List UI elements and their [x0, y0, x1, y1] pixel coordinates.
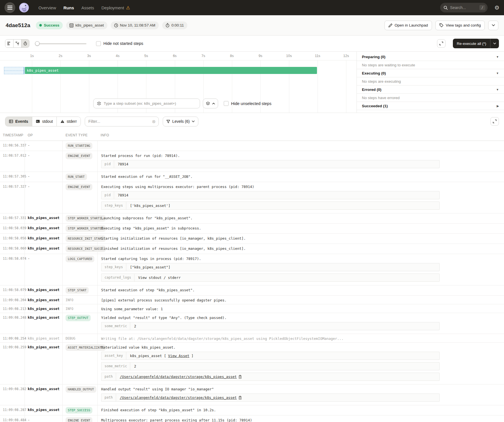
metadata-value-text: 78914 — [118, 162, 129, 166]
event-message: Multiprocess executor: parent process ex… — [101, 418, 502, 422]
event-op: - — [25, 141, 63, 151]
hide-not-started-checkbox-row[interactable]: Hide not started steps — [96, 41, 143, 46]
panel-section-executing[interactable]: Executing (0)▼ — [357, 69, 504, 77]
settings-gear-icon[interactable]: ⚙ — [494, 5, 499, 10]
metadata-entry: pid78914 — [101, 191, 440, 199]
event-info: Finished initialization of resources [io… — [98, 244, 504, 254]
event-op: k8s_pipes_asset — [25, 244, 63, 254]
event-row: 11:09:08.484-ENGINE_EVENTMultiprocess ex… — [0, 416, 504, 422]
gantt-bar[interactable]: k8s_pipes_asset — [25, 67, 317, 74]
copy-icon[interactable] — [239, 396, 242, 400]
metadata-value-text: ] — [191, 354, 194, 358]
clear-filter-icon[interactable]: ⊗ — [152, 119, 155, 124]
tab-label: Events — [15, 119, 28, 124]
nav-item-runs[interactable]: Runs — [64, 5, 74, 10]
search-icon — [444, 6, 448, 10]
event-op: k8s_pipes_asset — [25, 405, 63, 415]
metadata-entry: path/Users/alangenfeld/data/dagster/stor… — [101, 373, 440, 381]
run-header-more-button[interactable] — [488, 21, 498, 30]
open-in-launchpad-button[interactable]: Open in Launchpad — [384, 21, 432, 30]
event-type: RESOURCE_INIT_STAR… — [63, 234, 98, 244]
reexecute-all-button[interactable]: Re-execute all (*) — [453, 39, 499, 48]
log-view-tabs: Eventsstdoutstderr — [5, 117, 81, 126]
events-fullscreen-button[interactable] — [490, 117, 499, 126]
event-op: k8s_pipes_asset — [25, 224, 63, 233]
step-subset-input[interactable]: Type a step subset (ex: k8s_pipes_asset+… — [93, 99, 200, 108]
event-row: 11:08:56.337-RUN_STARTING — [0, 141, 504, 151]
flat-list-icon — [7, 42, 11, 45]
event-op: k8s_pipes_asset — [25, 285, 63, 295]
event-row: 11:08:58.060k8s_pipes_assetRESOURCE_INIT… — [0, 244, 504, 254]
events-toolbar: Eventsstdoutstderr Filter... ⊗ Levels (6… — [0, 113, 504, 130]
event-type: ASSET_MATERIALIZAT… — [63, 343, 98, 384]
nav-item-label: Deployment — [101, 5, 124, 10]
metadata-entry: step_keys["k8s_pipes_asset"] — [101, 263, 440, 271]
dagster-logo[interactable] — [19, 2, 29, 13]
tag-icon — [439, 23, 444, 27]
hide-unselected-checkbox[interactable] — [224, 101, 229, 106]
event-message: Writing file at: /Users/alangenfeld/data… — [101, 336, 502, 341]
graph-query-toggle-button[interactable] — [203, 99, 218, 108]
metadata-value: /Users/alangenfeld/data/dagster/storage/… — [116, 373, 246, 381]
metadata-link[interactable]: /Users/alangenfeld/data/dagster/storage/… — [120, 375, 237, 379]
levels-dropdown[interactable]: Levels (6) — [163, 117, 198, 126]
tab-stdout[interactable]: stdout — [32, 117, 57, 126]
view-tags-config-button[interactable]: View tags and config — [435, 21, 485, 30]
search-input[interactable]: Search... / — [440, 3, 488, 12]
timeline-gridline — [318, 60, 318, 113]
chevron-down-icon — [492, 24, 495, 26]
nav-item-assets[interactable]: Assets — [81, 5, 94, 10]
event-message: [pipes] external process successfully op… — [101, 298, 502, 302]
event-type: INFO — [63, 304, 98, 313]
timeline-tick-label: 6s — [173, 54, 177, 58]
funnel-icon — [166, 120, 170, 123]
event-op: - — [25, 151, 63, 172]
event-message: Materialized value k8s_pipes_asset. — [101, 345, 502, 349]
hide-not-started-checkbox[interactable] — [96, 41, 101, 46]
nav-item-label: Overview — [38, 5, 56, 10]
event-timestamp: 11:08:58.039 — [0, 224, 25, 233]
tab-stderr[interactable]: stderr — [57, 117, 81, 126]
hamburger-menu-button[interactable] — [5, 2, 15, 13]
event-info: Materialized value k8s_pipes_asset.asset… — [98, 343, 504, 384]
nav-item-overview[interactable]: Overview — [38, 5, 56, 10]
view-waterfall-button[interactable] — [13, 40, 21, 47]
event-message: Started execution of run for "__ASSET_JO… — [101, 174, 502, 179]
column-header-timestamp: TIMESTAMP — [0, 133, 25, 137]
job-name-pill[interactable]: k8s_pipes_asset — [66, 21, 107, 29]
panel-section-succeeded[interactable]: Succeeded (1)▶ — [357, 102, 504, 110]
nav-item-deployment[interactable]: Deployment⚠ — [101, 5, 130, 10]
pencil-icon — [388, 23, 392, 27]
panel-section-errored[interactable]: Errored (0)▼ — [357, 86, 504, 94]
view-flat-button[interactable] — [5, 40, 13, 47]
chevron-down-icon: ▼ — [496, 88, 499, 91]
metadata-link[interactable]: /Users/alangenfeld/data/dagster/storage/… — [120, 395, 237, 400]
gantt-chart: 1s2s3s4s5s6s7s8s9s10s11s12s k8s_pipes_as… — [0, 52, 357, 113]
log-filter-input[interactable]: Filter... ⊗ — [85, 117, 159, 126]
reexecute-options-caret[interactable] — [490, 39, 499, 48]
event-info: Started process for run (pid: 78914).pid… — [98, 151, 504, 172]
timeline-tick-label: 4s — [116, 54, 120, 58]
event-op: k8s_pipes_asset — [25, 234, 63, 244]
hide-unselected-checkbox-row[interactable]: Hide unselected steps — [224, 101, 271, 106]
slider-knob[interactable] — [35, 41, 40, 46]
view-timed-button[interactable] — [21, 40, 29, 47]
metadata-entry: captured_logsView stdout / stderr — [101, 274, 440, 282]
metadata-link[interactable]: View Asset — [168, 354, 189, 358]
search-placeholder: Search... — [450, 5, 477, 10]
event-timestamp: 11:08:58.074 — [0, 254, 25, 285]
gantt-zoom-slider[interactable] — [35, 41, 86, 46]
metadata-value: ["k8s_pipes_asset"] — [126, 263, 174, 271]
event-type-badge: STEP_SUCCESS — [66, 407, 92, 414]
panel-section-preparing[interactable]: Preparing (0)▼ — [357, 53, 504, 61]
event-timestamp: 11:08:57.331 — [0, 213, 25, 223]
metadata-value-text: 2 — [134, 364, 136, 368]
tab-events[interactable]: Events — [5, 117, 32, 126]
event-info: [pipes] external process successfully op… — [98, 296, 504, 304]
status-dot-icon — [39, 24, 42, 27]
clock-icon — [114, 23, 118, 27]
panel-section-empty-message: No steps have errored — [357, 94, 504, 102]
copy-icon[interactable] — [239, 375, 242, 379]
gantt-fullscreen-button[interactable] — [437, 39, 446, 48]
event-timestamp: 11:09:08.259 — [0, 343, 25, 384]
